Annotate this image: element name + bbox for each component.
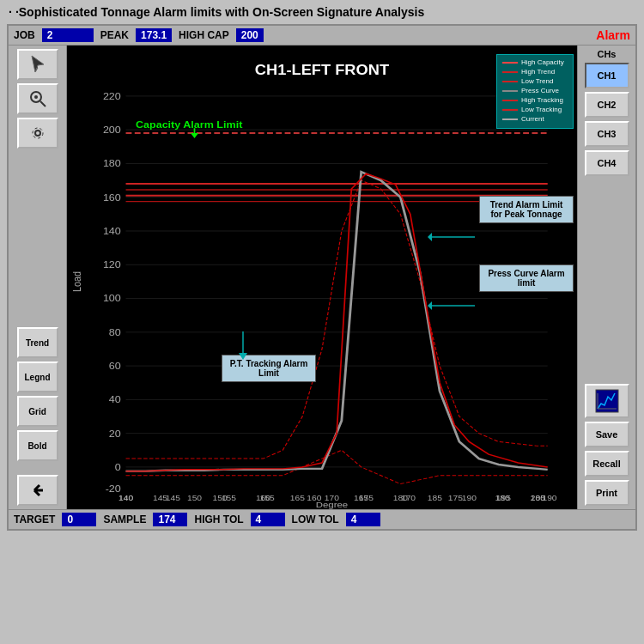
svg-text:195: 195 (496, 494, 511, 502)
lowtol-value: 4 (346, 513, 380, 526)
ch1-button[interactable]: CH1 (585, 63, 629, 88)
legend-presscurve-text: Press Curve (521, 87, 559, 94)
svg-text:175: 175 (359, 494, 374, 502)
trend-button[interactable]: Trend (17, 327, 58, 358)
legend-box: High Capacity High Trend Low Trend Press… (496, 54, 574, 129)
svg-text:200: 200 (103, 125, 121, 135)
ch3-button[interactable]: CH3 (585, 121, 629, 147)
highcap-label: HIGH CAP (179, 29, 229, 41)
right-sidebar: CHs CH1 CH2 CH3 CH4 (577, 46, 635, 509)
top-bar: JOB 2 PEAK 173.1 HIGH CAP 200 Alarm (9, 26, 635, 46)
svg-text:Capacity Alarm Limit: Capacity Alarm Limit (136, 119, 242, 130)
legend-highcap-text: High Capacity (521, 58, 564, 66)
svg-line-2 (40, 101, 46, 106)
legend-item-presscurve: Press Curve (502, 87, 568, 94)
svg-text:0: 0 (115, 462, 122, 472)
bold-button[interactable]: Bold (17, 430, 58, 461)
left-sidebar: ? Trend Legnd (9, 46, 67, 509)
target-label: TARGET (14, 513, 55, 526)
peak-value: 173.1 (136, 28, 172, 42)
svg-text:40: 40 (109, 394, 121, 404)
svg-point-5 (33, 128, 43, 138)
zoom-icon[interactable] (17, 83, 58, 114)
svg-point-3 (34, 95, 38, 99)
svg-text:180: 180 (393, 494, 408, 502)
legend-button[interactable]: Legnd (17, 361, 58, 392)
svg-text:Degree: Degree (316, 500, 349, 509)
svg-text:-20: -20 (106, 483, 122, 494)
svg-text:CH1-LEFT FRONT: CH1-LEFT FRONT (255, 64, 390, 79)
legend-item-current: Current (502, 115, 568, 123)
cursor-icon[interactable]: ? (17, 49, 58, 80)
press-callout-text: Press Curve Alarm limit (488, 269, 564, 288)
legend-lowtrend-text: Low Trend (521, 77, 553, 85)
chs-label: CHs (597, 49, 616, 59)
sample-label: SAMPLE (103, 513, 146, 526)
svg-text:165: 165 (290, 494, 305, 502)
alarm-label: Alarm (596, 28, 630, 42)
svg-text:Load: Load (70, 271, 82, 292)
svg-text:180: 180 (103, 158, 121, 168)
svg-text:200: 200 (531, 494, 545, 502)
svg-text:80: 80 (109, 327, 121, 337)
svg-text:?: ? (34, 65, 39, 73)
target-value: 0 (62, 513, 96, 526)
ch4-button[interactable]: CH4 (585, 150, 629, 176)
legend-lowtracking-text: Low Tracking (521, 106, 562, 113)
job-value: 2 (42, 28, 94, 42)
recall-button[interactable]: Recall (585, 451, 629, 477)
svg-text:60: 60 (109, 361, 121, 371)
svg-point-4 (35, 131, 40, 136)
grid-button[interactable]: Grid (17, 396, 58, 427)
svg-marker-70 (428, 301, 432, 310)
title-bar: · ·Sophisticated Tonnage Alarm limits wi… (0, 0, 644, 24)
svg-text:160: 160 (256, 494, 270, 502)
job-label: JOB (14, 29, 35, 41)
tracking-callout-text: P.T. Tracking Alarm Limit (230, 359, 308, 378)
svg-text:155: 155 (222, 494, 236, 502)
legend-item-lowtracking: Low Tracking (502, 106, 568, 113)
svg-text:185: 185 (428, 494, 442, 502)
svg-text:140: 140 (103, 226, 121, 236)
peak-label: PEAK (100, 29, 129, 41)
svg-text:160: 160 (103, 192, 121, 203)
settings-icon[interactable] (17, 118, 58, 149)
legend-item-highcap: High Capacity (502, 58, 568, 66)
page-title: ·Sophisticated Tonnage Alarm limits with… (15, 5, 424, 19)
trend-alarm-callout: Trend Alarm Limit for Peak Tonnage (479, 196, 574, 223)
middle-section: ? Trend Legnd (9, 46, 635, 509)
svg-text:20: 20 (109, 428, 121, 438)
svg-text:220: 220 (103, 91, 121, 101)
hightol-value: 4 (251, 513, 285, 526)
svg-text:145: 145 (153, 494, 167, 502)
chart-area: 220 200 180 160 140 120 100 80 60 40 20 … (67, 46, 577, 509)
svg-text:140: 140 (118, 494, 133, 502)
main-container: JOB 2 PEAK 173.1 HIGH CAP 200 Alarm ? (7, 24, 637, 531)
highcap-value: 200 (236, 28, 264, 42)
svg-text:100: 100 (103, 293, 121, 303)
bottom-bar: TARGET 0 SAMPLE 174 HIGH TOL 4 LOW TOL 4 (9, 509, 635, 529)
sample-value: 174 (153, 513, 187, 526)
press-curve-callout: Press Curve Alarm limit (479, 264, 574, 292)
svg-text:145: 145 (166, 494, 180, 502)
legend-item-lowtrend: Low Trend (502, 77, 568, 85)
legend-item-hightracking: High Tracking (502, 96, 568, 104)
legend-item-hightrend: High Trend (502, 68, 568, 76)
legend-hightracking-text: High Tracking (521, 96, 563, 104)
svg-text:175: 175 (448, 494, 463, 502)
legend-hightrend-text: High Trend (521, 68, 555, 76)
trend-callout-text: Trend Alarm Limit for Peak Tonnage (490, 200, 563, 219)
bullet-icon: · (9, 5, 12, 19)
lowtol-label: LOW TOL (292, 513, 339, 526)
print-button[interactable]: Print (585, 480, 629, 506)
svg-text:150: 150 (187, 494, 202, 502)
ch2-button[interactable]: CH2 (585, 92, 629, 118)
legend-current-text: Current (521, 115, 544, 123)
chart-icon-button[interactable] (585, 384, 629, 418)
back-button[interactable] (17, 475, 58, 506)
svg-text:120: 120 (103, 259, 121, 270)
svg-marker-72 (239, 353, 247, 360)
save-button[interactable]: Save (585, 422, 629, 447)
svg-text:190: 190 (462, 494, 477, 502)
hightol-label: HIGH TOL (194, 513, 243, 526)
